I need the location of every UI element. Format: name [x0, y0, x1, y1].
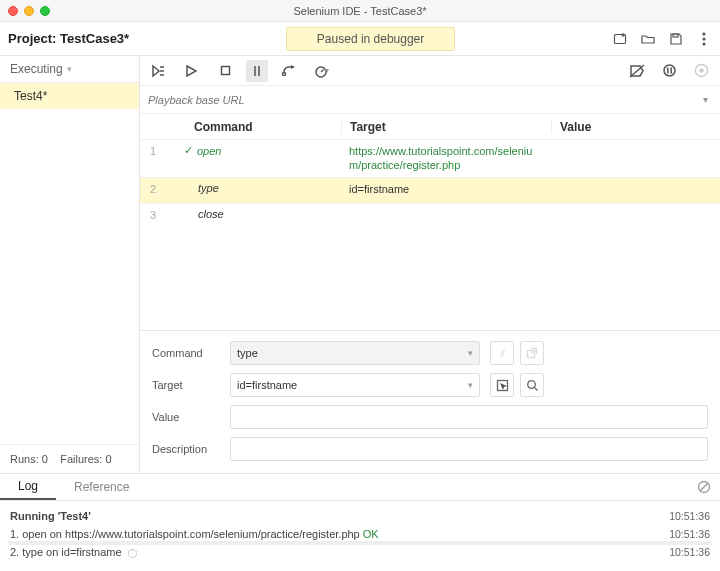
test-item[interactable]: Test4* — [0, 83, 139, 109]
log-text: 2. type on id=firstname — [10, 546, 137, 558]
zoom-window-icon[interactable] — [40, 6, 50, 16]
tab-reference[interactable]: Reference — [56, 474, 147, 500]
commands-table-body: 1 ✓open https://www.tutorialspoint.com/s… — [140, 140, 720, 330]
save-project-icon[interactable] — [668, 31, 684, 47]
run-all-button[interactable] — [148, 60, 170, 82]
editor-value-label: Value — [152, 411, 220, 423]
col-command: Command — [166, 120, 341, 134]
window-title: Selenium IDE - TestCase3* — [0, 5, 720, 17]
log-text: Running 'Test4' — [10, 510, 91, 522]
svg-point-29 — [527, 380, 535, 388]
log-tabs: Log Reference — [0, 473, 720, 501]
playback-toolbar: ▾ — [140, 56, 720, 86]
svg-line-20 — [630, 65, 644, 77]
row-number: 2 — [140, 182, 166, 195]
find-target-button[interactable] — [520, 373, 544, 397]
toggle-comment-button[interactable]: // — [490, 341, 514, 365]
svg-rect-12 — [221, 67, 229, 75]
row-command: open — [197, 145, 221, 157]
failures-count: Failures: 0 — [60, 453, 111, 465]
svg-line-18 — [321, 69, 324, 72]
sidebar-mode-label: Executing — [10, 62, 63, 76]
close-window-icon[interactable] — [8, 6, 18, 16]
log-text: 1. open on https://www.tutorialspoint.co… — [10, 528, 379, 540]
svg-point-21 — [664, 65, 675, 76]
log-timestamp: 10:51:36 — [669, 528, 710, 540]
svg-line-27 — [532, 349, 537, 354]
disable-breakpoints-button[interactable] — [626, 60, 648, 82]
base-url-dropdown-icon[interactable]: ▾ — [699, 94, 712, 105]
chevron-down-icon: ▾ — [67, 64, 72, 74]
log-timestamp: 10:51:36 — [669, 546, 710, 558]
window-controls — [0, 6, 50, 16]
editor-command-label: Command — [152, 347, 220, 359]
editor-target-input[interactable]: id=firstname ▾ — [230, 373, 480, 397]
col-target: Target — [341, 120, 551, 134]
test-item-label: Test4* — [14, 89, 47, 103]
log-line: Running 'Test4' 10:51:36 — [10, 507, 710, 525]
more-menu-icon[interactable] — [696, 31, 712, 47]
paused-badge: Paused in debugger — [286, 27, 455, 51]
table-row[interactable]: 3 close — [140, 203, 720, 229]
log-timestamp: 10:51:36 — [669, 510, 710, 522]
svg-rect-3 — [673, 34, 678, 37]
row-number: 1 — [140, 144, 166, 157]
test-list: Test4* — [0, 83, 139, 444]
editor-description-label: Description — [152, 443, 220, 455]
base-url-input[interactable] — [148, 94, 699, 106]
log-line: 2. type on id=firstname 10:51:36 — [10, 543, 710, 561]
clear-log-button[interactable] — [688, 474, 720, 500]
log-panel: Running 'Test4' 10:51:36 1. open on http… — [0, 501, 720, 571]
row-target: id=firstname — [341, 182, 551, 196]
table-row[interactable]: 2 type id=firstname — [140, 177, 720, 203]
row-command: close — [198, 208, 224, 220]
pause-on-exceptions-button[interactable] — [658, 60, 680, 82]
check-icon: ✓ — [184, 144, 193, 157]
commands-table-header: Command Target Value — [140, 114, 720, 140]
sidebar-footer: Runs: 0 Failures: 0 — [0, 444, 139, 473]
chevron-down-icon: ▾ — [468, 348, 473, 358]
content: ▾ ▾ Command Target Value — [140, 56, 720, 473]
svg-marker-11 — [187, 66, 196, 76]
svg-marker-7 — [153, 66, 159, 76]
editor-command-input[interactable]: type ▾ — [230, 341, 480, 365]
table-row[interactable]: 1 ✓open https://www.tutorialspoint.com/s… — [140, 140, 720, 177]
svg-rect-0 — [614, 34, 625, 43]
editor-target-value: id=firstname — [237, 379, 297, 391]
run-button[interactable] — [180, 60, 202, 82]
project-header: Project: TestCase3* Paused in debugger — [0, 22, 720, 56]
project-title: Project: TestCase3* — [8, 31, 129, 46]
sidebar-scrollbar[interactable] — [8, 541, 712, 545]
row-command: type — [198, 182, 219, 194]
spinner-icon — [128, 549, 137, 558]
editor-description-input[interactable] — [230, 437, 708, 461]
minimize-window-icon[interactable] — [24, 6, 34, 16]
record-button[interactable] — [690, 60, 712, 82]
speed-button[interactable]: ▾ — [310, 60, 332, 82]
svg-point-4 — [703, 33, 705, 35]
editor-target-label: Target — [152, 379, 220, 391]
editor-command-value: type — [237, 347, 258, 359]
command-editor: Command type ▾ // Target id=firstname ▾ — [140, 330, 720, 473]
open-project-icon[interactable] — [640, 31, 656, 47]
svg-point-15 — [282, 72, 285, 75]
tab-log[interactable]: Log — [0, 474, 56, 500]
svg-line-32 — [700, 483, 708, 491]
new-project-icon[interactable] — [612, 31, 628, 47]
editor-value-input[interactable] — [230, 405, 708, 429]
stop-button[interactable] — [214, 60, 236, 82]
sidebar-header[interactable]: Executing ▾ — [0, 56, 139, 83]
step-button[interactable] — [278, 60, 300, 82]
select-target-button[interactable] — [490, 373, 514, 397]
col-value: Value — [551, 120, 720, 134]
open-new-window-button[interactable] — [520, 341, 544, 365]
chevron-down-icon: ▾ — [468, 380, 473, 390]
pause-button[interactable] — [246, 60, 268, 82]
main-split: Executing ▾ Test4* Runs: 0 Failures: 0 — [0, 56, 720, 473]
base-url-row: ▾ — [140, 86, 720, 114]
svg-point-5 — [703, 38, 705, 40]
header-actions — [612, 31, 712, 47]
row-number: 3 — [140, 208, 166, 221]
svg-point-6 — [703, 43, 705, 45]
sidebar: Executing ▾ Test4* Runs: 0 Failures: 0 — [0, 56, 140, 473]
